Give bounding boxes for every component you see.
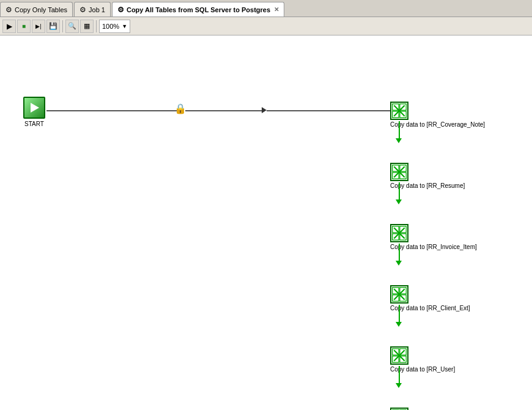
start-label: START [24, 121, 44, 127]
zoom-value: 100% [102, 23, 119, 30]
connector-v-3-4 [399, 244, 400, 262]
start-triangle-icon [31, 103, 39, 113]
connector-h-lock [185, 110, 265, 111]
arrow-down-5-6 [396, 383, 402, 388]
node-client-ext-label: Copy data to [RR_Client_Ext] [390, 305, 470, 311]
node-coverage-note[interactable]: Copy data to [RR_Coverage_Note] [390, 102, 485, 128]
tab-icon-job1: ⚙ [79, 6, 86, 14]
play-button[interactable]: ▶ [2, 20, 16, 33]
node-resume[interactable]: Copy data to [RR_Resume] [390, 163, 465, 189]
node-invoice-item[interactable]: Copy data to [RR_Invoice_Item] [390, 224, 477, 250]
lock-icon: 🔒 [174, 103, 187, 114]
tab-copy-all-tables[interactable]: ⚙ Copy All Tables from SQL Server to Pos… [112, 2, 284, 17]
save-button[interactable]: 💾 [46, 20, 60, 33]
node-client-ext[interactable]: Copy data to [RR_Client_Ext] [390, 285, 470, 311]
separator-2 [96, 20, 97, 32]
node-resume-label: Copy data to [RR_Resume] [390, 182, 465, 189]
tab-label-copy-all: Copy All Tables from SQL Server to Postg… [127, 6, 270, 13]
connector-v-4-5 [399, 305, 400, 323]
connector-v-2-3 [399, 182, 400, 201]
grid-icon: ▦ [84, 22, 90, 30]
node-invoice-item-label: Copy data to [RR_Invoice_Item] [390, 244, 477, 250]
save-icon: 💾 [49, 22, 57, 30]
arrow-down-3-4 [396, 261, 402, 266]
start-button[interactable] [23, 97, 45, 119]
arrow-right-icon [262, 107, 267, 113]
tab-copy-only-tables[interactable]: ⚙ Copy Only Tables [0, 2, 73, 17]
zoom-fit-icon: 🔍 [68, 22, 76, 30]
stop-button[interactable]: ■ [17, 20, 31, 33]
connector-h-to-node1 [267, 110, 398, 111]
toolbar: ▶ ■ ▶| 💾 🔍 ▦ 100% ▼ [0, 17, 532, 35]
grid-button[interactable]: ▦ [80, 20, 94, 33]
canvas: START 🔒 Copy data to [RR_Coverage_Note] [0, 35, 532, 410]
connector-h-start [46, 110, 180, 111]
zoom-fit-button[interactable]: 🔍 [65, 20, 79, 33]
tab-bar: ⚙ Copy Only Tables ⚙ Job 1 ⚙ Copy All Ta… [0, 0, 532, 17]
tab-icon-copy-all: ⚙ [117, 6, 124, 14]
stop-icon: ■ [22, 23, 26, 29]
tab-job1[interactable]: ⚙ Job 1 [74, 2, 111, 17]
tab-icon-copy-only: ⚙ [6, 6, 12, 14]
connector-v-5-6 [399, 366, 400, 384]
zoom-selector[interactable]: 100% ▼ [99, 20, 130, 33]
arrow-down-4-5 [396, 322, 402, 327]
arrow-down-1-2 [396, 138, 402, 143]
canvas-inner: START 🔒 Copy data to [RR_Coverage_Note] [0, 35, 532, 410]
connector-v-1-2 [399, 121, 400, 140]
separator-1 [62, 20, 63, 32]
node-coverage-note-label: Copy data to [RR_Coverage_Note] [390, 121, 485, 128]
zoom-arrow-icon: ▼ [122, 23, 127, 29]
tab-label-copy-only: Copy Only Tables [15, 6, 67, 13]
node-expertise[interactable]: Copy data to [RR_Expertise] [390, 408, 468, 410]
step-button[interactable]: ▶| [32, 20, 45, 33]
play-icon: ▶ [7, 22, 12, 31]
step-icon: ▶| [35, 23, 41, 29]
arrow-down-2-3 [396, 199, 402, 204]
start-node[interactable]: START [23, 97, 45, 127]
tab-close-copy-all[interactable]: ✕ [274, 6, 279, 13]
tab-label-job1: Job 1 [89, 6, 105, 13]
